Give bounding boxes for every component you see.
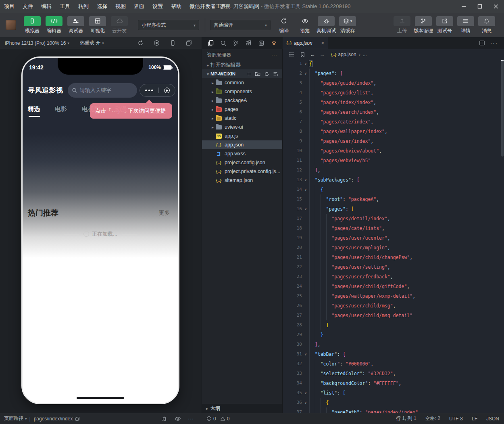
menu-item[interactable]: 视图 [111,0,130,13]
menu-item[interactable]: 项目 [0,0,19,13]
new-file-icon[interactable] [244,71,253,77]
预览-button[interactable]: 预览 [296,16,314,34]
file-tree-item[interactable]: JSapp.js [202,132,282,140]
page-path-value[interactable]: pages/index/index [34,416,73,422]
statusbar-item[interactable]: JSON [486,416,499,422]
code-line[interactable]: 3 "pages/guide/index", [283,78,504,88]
code-line[interactable]: 12 ], [283,165,504,175]
file-tree-item[interactable]: ▸uview-ui [202,123,282,132]
code-line[interactable]: 35∨ "list": [ [283,388,504,398]
file-tree-item[interactable]: ▸pages [202,105,282,114]
可视化-button[interactable]: 可视化 [87,16,108,34]
编译-button[interactable]: 编译 [275,16,293,34]
code-line[interactable]: 21 "pages/user/child/changePsw", [283,253,504,262]
more-icon[interactable]: ··· [184,416,198,422]
模拟器-button[interactable]: 模拟器 [22,16,43,34]
bug-icon[interactable] [158,416,171,422]
file-tree-item[interactable]: {..}project.private.config.js... [202,167,282,176]
code-line[interactable]: 4 "pages/guide/list", [283,88,504,98]
device-select[interactable]: iPhone 12/13 (Pro) 100% 16▾ [5,40,69,46]
fold-chevron-icon[interactable]: ∨ [302,388,309,398]
详情-button[interactable]: 详情 [456,16,475,34]
menu-item[interactable]: 编辑 [37,0,56,13]
maximize-button[interactable] [472,0,488,13]
problems-indicator[interactable]: 0 0 [202,416,282,422]
file-tree-item[interactable]: ▸common [202,78,282,87]
statusbar-item[interactable]: 空格: 2 [425,415,440,422]
search-input[interactable]: 请输入关键字 [68,83,137,98]
云开发-button[interactable]: 云开发 [109,16,130,34]
fold-chevron-icon[interactable]: ∨ [302,175,309,185]
hot-reload-toggle[interactable]: 热重载 开▾ [80,40,104,46]
breadcrumb-more[interactable]: ... [363,52,367,57]
版本管理-button[interactable]: 版本管理 [414,16,433,34]
file-tree-item[interactable]: ▸static [202,114,282,123]
open-editors-section[interactable]: ▸ 打开的编辑器 [202,61,282,69]
清缓存-button[interactable]: ▾清缓存 [338,16,357,34]
code-line[interactable]: 30 ], [283,340,504,349]
code-line[interactable]: 26 "pages/user/child/msg", [283,301,504,311]
code-line[interactable]: 10 "pages/webview/about", [283,146,504,156]
fold-chevron-icon[interactable]: ∨ [302,69,309,78]
code-line[interactable]: 22 "pages/user/setting", [283,262,504,272]
menu-item[interactable]: 界面 [130,0,148,13]
device-frame-icon[interactable] [165,40,181,46]
project-root-row[interactable]: ▾ MP-WEIXIN [202,69,282,78]
compile-select[interactable]: 普通编译▾ [210,20,271,30]
fold-chevron-icon[interactable]: ∨ [302,398,309,407]
code-line[interactable]: 24 "pages/user/child/giftCode", [283,282,504,291]
explorer-icon[interactable] [204,40,217,46]
code-line[interactable]: 17 "pages/detail/index", [283,214,504,223]
file-tree-item[interactable]: Ǝapp.wxss [202,149,282,158]
extensions-icon[interactable] [242,40,255,46]
category-tab[interactable]: 电影 [55,105,67,117]
eye-icon[interactable] [171,416,184,422]
breadcrumb-file[interactable]: app.json [338,52,356,57]
tab-app-json[interactable]: {..} app.json × [283,37,328,49]
split-editor-icon[interactable] [476,40,488,46]
code-line[interactable]: 25 "pages/wallpaper/wxmp-detail", [283,291,504,301]
close-button[interactable] [488,0,504,13]
file-tree-item[interactable]: {..}sitemap.json [202,176,282,185]
fold-chevron-icon[interactable]: ∨ [302,204,309,214]
fold-chevron-icon[interactable]: ∨ [302,185,309,194]
code-line[interactable]: 19 "pages/user/ucenter", [283,233,504,243]
search-icon[interactable] [217,40,229,46]
code-line[interactable]: 34 "backgroundColor": "#FFFFFF", [283,378,504,388]
file-tree-item[interactable]: ▸components [202,87,282,96]
code-line[interactable]: 37 "pagePath": "pages/index/index", [283,407,504,413]
真机调试-button[interactable]: 真机调试 [317,16,336,34]
nav-forward-icon[interactable]: → [317,52,327,58]
menu-item[interactable]: 文件 [19,0,37,13]
code-line[interactable]: 16∨ "pages": [ [283,204,504,214]
code-line[interactable]: 11 "pages/webview/h5" [283,156,504,165]
code-line[interactable]: 32 "color": "#000000", [283,359,504,369]
capsule-more-icon[interactable] [145,90,153,92]
bookmark-icon[interactable] [297,52,308,57]
code-line[interactable]: 14∨ { [283,185,504,194]
file-tree-item[interactable]: {..}app.json [202,140,282,149]
消息-button[interactable]: 消息 [477,16,496,34]
code-line[interactable]: 23 "pages/user/feedback", [283,272,504,282]
code-line[interactable]: 20 "pages/user/mplogin", [283,243,504,253]
refresh-explorer-icon[interactable] [262,71,271,77]
code-line[interactable]: 2∨ "pages": [ [283,69,504,78]
minimize-button[interactable] [456,0,472,13]
menu-item[interactable]: 帮助 [167,0,185,13]
code-line[interactable]: 7 "pages/cate/index", [283,117,504,127]
code-line[interactable]: 9 "pages/user/index", [283,136,504,146]
code-line[interactable]: 31∨ "tabBar": { [283,349,504,359]
file-tree-item[interactable]: {..}project.config.json [202,158,282,167]
statusbar-item[interactable]: 行 1, 列 1 [396,415,417,422]
outline-section[interactable]: ▸ 大纲 [202,404,282,413]
refresh-icon[interactable] [132,40,148,46]
source-control-icon[interactable] [230,40,242,46]
page-path-label[interactable]: 页面路径 [4,415,23,422]
statusbar-item[interactable]: UTF-8 [449,416,463,422]
menu-item[interactable]: 设置 [148,0,167,13]
code-line[interactable]: 5 "pages/index/index", [283,98,504,107]
statusbar-item[interactable]: LF [472,416,477,422]
code-area[interactable]: 1∨{2∨ "pages": [3 "pages/guide/index",4 … [283,59,504,413]
category-tab[interactable]: 精选 [28,105,40,117]
capsule-close-icon[interactable] [164,88,170,93]
